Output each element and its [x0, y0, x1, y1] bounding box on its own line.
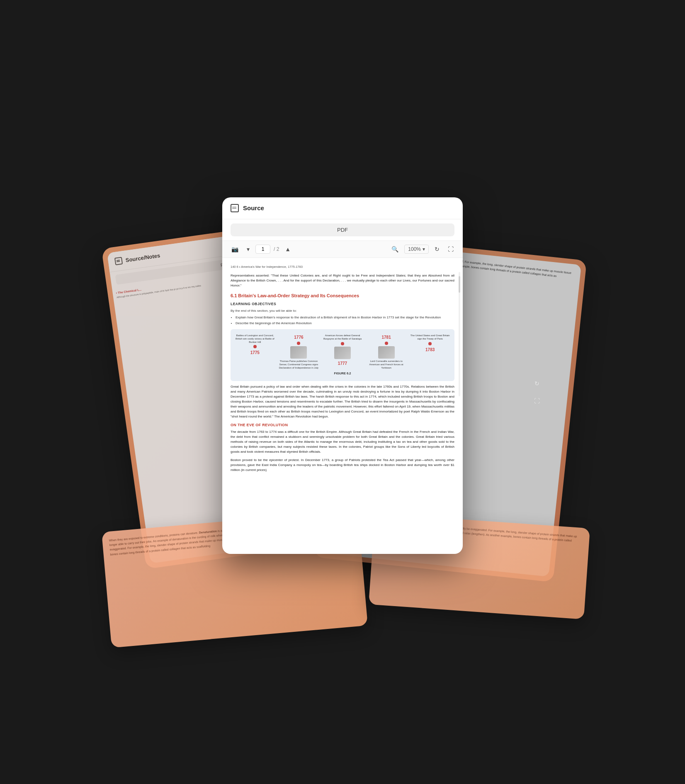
- fullscreen-icon: ⛶: [448, 246, 454, 252]
- timeline-item-1775: Battles of Lexington and Concord; Britis…: [234, 334, 276, 356]
- scrollbar-track: [459, 272, 460, 396]
- chevron-down-icon: ▾: [247, 246, 250, 252]
- body-paragraph-2: The decade from 1763 to 1774 was a diffi…: [231, 430, 454, 454]
- chevron-up-icon: ▲: [285, 246, 291, 252]
- chevron-up-button[interactable]: ▲: [282, 244, 293, 254]
- timeline-year-1781: 1781: [365, 334, 408, 340]
- timeline-label-1781: Lord Cornwallis surrenders to American a…: [365, 360, 408, 369]
- timeline-label-1783: The United States and Great Britain sign…: [409, 334, 451, 341]
- figure-caption: FIGURE 6.2: [234, 371, 451, 376]
- timeline-year-1775: 1775: [234, 350, 276, 356]
- timeline-year-1777: 1777: [321, 360, 364, 367]
- intro-paragraph: Representatives asserted: "That these Un…: [231, 273, 454, 288]
- section-title: 6.1 Britain's Law-and-Order Strategy and…: [231, 292, 454, 299]
- side-refresh-symbol: ↻: [534, 380, 539, 387]
- learning-objectives-list: Explain how Great Britain's response to …: [231, 315, 454, 326]
- page-separator: / 2: [274, 246, 279, 252]
- learning-objectives-title: LEARNING OBJECTIVES: [231, 301, 454, 307]
- timeline-img-1776: [290, 346, 307, 359]
- pdf-tab[interactable]: PDF: [231, 223, 454, 236]
- body-paragraph-3: Boston proved to be the epicenter of pro…: [231, 458, 454, 473]
- subsection-title: ON THE EVE OF REVOLUTION: [231, 422, 454, 428]
- refresh-icon: ↻: [435, 246, 440, 252]
- timeline-year-1783: 1783: [409, 347, 451, 353]
- bullet-item-2: Describe the beginnings of the American …: [236, 321, 454, 326]
- timeline-dot-1777: [341, 342, 344, 345]
- timeline-item-1776: 1776 Thomas Paine publishes Common Sense…: [278, 334, 320, 369]
- toolbar: 📷 ▾ / 2 ▲ 🔍 100% ▾ ↻ ⛶: [222, 240, 463, 258]
- timeline-dot-1783: [428, 342, 432, 345]
- timeline-img-1777: [334, 347, 351, 359]
- chevron-down-button[interactable]: ▾: [244, 244, 252, 254]
- source-notes-icon: [114, 257, 123, 265]
- timeline-dot-1776: [297, 342, 300, 345]
- zoom-chevron-icon: ▾: [423, 246, 425, 252]
- denaturation-bold: Denaturation: [199, 529, 217, 534]
- refresh-button[interactable]: ↻: [432, 244, 442, 254]
- main-card: Source PDF 📷 ▾ / 2 ▲ 🔍 100% ▾: [222, 197, 463, 554]
- timeline-item-1781: 1781 Lord Cornwallis surrenders to Ameri…: [365, 334, 408, 369]
- main-card-header: Source: [222, 197, 463, 219]
- scrollbar-thumb[interactable]: [459, 276, 460, 293]
- side-fullscreen-symbol: ⛶: [534, 398, 540, 404]
- timeline-figure: Battles of Lexington and Concord; Britis…: [231, 329, 454, 381]
- source-icon: [231, 204, 239, 212]
- search-icon: 🔍: [391, 246, 398, 252]
- source-notes-title: Source/Notes: [125, 252, 160, 263]
- zoom-control[interactable]: 100% ▾: [404, 245, 429, 254]
- timeline-year-1776: 1776: [278, 334, 320, 340]
- camera-icon: 📷: [231, 246, 238, 252]
- camera-button[interactable]: 📷: [229, 244, 241, 254]
- main-scene: Source/Notes PDF • The Chemical L... Alt…: [156, 164, 529, 620]
- timeline-label-1775: Battles of Lexington and Concord; Britis…: [234, 334, 276, 344]
- learning-objectives-subtitle: By the end of this section, you will be …: [231, 308, 454, 313]
- search-button[interactable]: 🔍: [389, 244, 401, 254]
- timeline-item-1783: The United States and Great Britain sign…: [409, 334, 451, 353]
- side-fullscreen-icon[interactable]: ⛶: [532, 396, 542, 406]
- main-card-title: Source: [243, 204, 264, 211]
- pdf-content[interactable]: 140 6 • America's War for Independence, …: [222, 258, 463, 548]
- timeline-label-1777: American forces defeat General Burgoyne …: [321, 334, 364, 341]
- timeline-dot-1781: [385, 342, 388, 345]
- side-refresh-icon[interactable]: ↻: [532, 378, 542, 389]
- fullscreen-button[interactable]: ⛶: [445, 244, 456, 254]
- body-paragraph-1: Great Britain pursued a policy of law an…: [231, 384, 454, 419]
- timeline-dot-1775: [253, 345, 257, 348]
- timeline-label-1776: Thomas Paine publishes Common Sense; Con…: [278, 360, 320, 369]
- side-icons: ↻ ⛶: [532, 378, 542, 406]
- page-input[interactable]: [255, 245, 270, 254]
- timeline-content: Battles of Lexington and Concord; Britis…: [234, 334, 451, 369]
- bullet-item-1: Explain how Great Britain's response to …: [236, 315, 454, 320]
- timeline-item-1777: American forces defeat General Burgoyne …: [321, 334, 364, 367]
- page-header: 140 6 • America's War for Independence, …: [231, 265, 454, 269]
- timeline-img-1781: [378, 346, 395, 359]
- zoom-label: 100%: [408, 246, 421, 252]
